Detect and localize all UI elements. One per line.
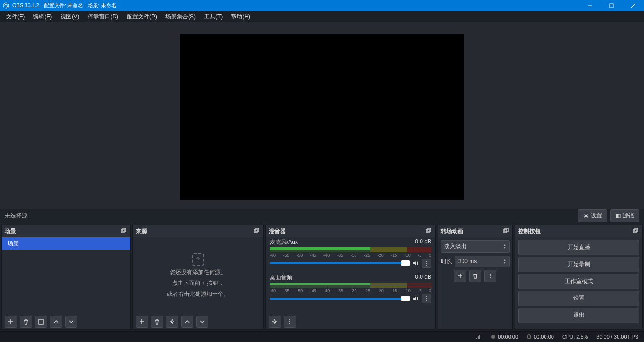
transition-duration-input[interactable]: 300 ms ▲▼ xyxy=(455,256,510,267)
menu-help[interactable]: 帮助(H) xyxy=(227,11,255,22)
menu-dock[interactable]: 停靠窗口(D) xyxy=(83,11,123,22)
no-source-label: 未选择源 xyxy=(5,212,575,220)
transition-remove-button[interactable] xyxy=(469,270,481,282)
scene-filter-button[interactable] xyxy=(35,316,47,328)
svg-point-22 xyxy=(426,261,427,262)
scenes-popout-icon[interactable] xyxy=(121,228,127,234)
mixer-ch1-meter xyxy=(270,247,431,250)
dots-icon xyxy=(424,296,429,301)
source-filters-button[interactable]: 滤镜 xyxy=(610,209,639,222)
chevron-down-icon[interactable]: ▼ xyxy=(504,262,506,264)
menu-tools[interactable]: 工具(T) xyxy=(200,11,227,22)
svg-point-6 xyxy=(585,215,587,217)
transitions-header: 转场动画 xyxy=(441,227,463,235)
transitions-popout-icon[interactable] xyxy=(503,228,510,234)
fps-status: 30.00 / 30.00 FPS xyxy=(596,334,638,340)
source-toolbar: 未选择源 设置 滤镜 xyxy=(0,209,644,223)
sources-empty-line1: 您还没有添加任何源。 xyxy=(170,268,226,276)
speaker-icon[interactable] xyxy=(413,260,419,267)
transition-select[interactable]: 淡入淡出 ▲▼ xyxy=(441,240,510,253)
obs-icon xyxy=(1,2,11,9)
preview-area xyxy=(0,22,644,209)
mixer-ch1-volume-slider[interactable] xyxy=(270,262,410,264)
db-scale: -60-55-50-45-40-35-30-25-20-15-10-50 xyxy=(270,253,431,258)
source-add-button[interactable] xyxy=(136,316,148,328)
scene-grid-icon xyxy=(38,319,44,325)
mixer-ch1-name: 麦克风/Aux xyxy=(270,238,298,246)
transition-duration-value: 300 ms xyxy=(458,258,477,265)
svg-point-26 xyxy=(426,298,427,299)
trash-icon xyxy=(154,319,160,325)
maximize-button[interactable] xyxy=(601,0,622,11)
titlebar: OBS 30.1.2 - 配置文件: 未命名 - 场景: 未命名 xyxy=(0,0,644,11)
start-streaming-button[interactable]: 开始直播 xyxy=(518,240,639,255)
scene-add-button[interactable] xyxy=(5,316,17,328)
mixer-ch2-name: 桌面音频 xyxy=(270,274,292,282)
mixer-menu-button[interactable] xyxy=(284,316,296,328)
svg-point-36 xyxy=(490,274,491,275)
close-button[interactable] xyxy=(622,0,644,11)
controls-header: 控制按钮 xyxy=(518,227,541,235)
start-recording-button[interactable]: 开始录制 xyxy=(518,257,639,272)
filter-icon xyxy=(615,213,621,219)
menubar: 文件(F) 编辑(E) 视图(V) 停靠窗口(D) 配置文件(P) 场景集合(S… xyxy=(0,11,644,22)
transition-selected-label: 淡入淡出 xyxy=(444,242,467,250)
svg-point-31 xyxy=(289,323,290,324)
speaker-icon[interactable] xyxy=(413,295,419,302)
mixer-ch1-meter2 xyxy=(270,250,431,252)
svg-point-0 xyxy=(3,3,9,8)
svg-point-23 xyxy=(426,263,427,264)
settings-button[interactable]: 设置 xyxy=(518,291,639,306)
broadcast-dot-icon xyxy=(491,334,495,339)
minimize-button[interactable] xyxy=(579,0,601,11)
mixer-popout-icon[interactable] xyxy=(426,228,432,234)
rec-time: 00:00:00 xyxy=(534,334,554,340)
chevron-up-icon[interactable]: ▲ xyxy=(504,259,506,261)
exit-button[interactable]: 退出 xyxy=(518,308,639,323)
mixer-settings-button[interactable] xyxy=(269,316,281,328)
preview-canvas[interactable] xyxy=(180,34,464,200)
scene-down-button[interactable] xyxy=(65,316,77,328)
scene-up-button[interactable] xyxy=(50,316,62,328)
source-up-button[interactable] xyxy=(181,316,193,328)
dots-icon xyxy=(488,273,493,279)
source-settings-label: 设置 xyxy=(591,212,602,220)
cpu-status: CPU: 2.5% xyxy=(562,334,588,340)
transition-add-button[interactable] xyxy=(454,270,466,282)
source-properties-button[interactable] xyxy=(166,316,178,328)
mixer-ch2-db: 0.0 dB xyxy=(415,274,431,282)
scene-remove-button[interactable] xyxy=(20,316,32,328)
controls-popout-icon[interactable] xyxy=(633,228,639,234)
sources-popout-icon[interactable] xyxy=(254,228,260,234)
studio-mode-button[interactable]: 工作室模式 xyxy=(518,274,639,289)
mixer-ch2-volume-slider[interactable] xyxy=(270,298,410,300)
db-scale: -60-55-50-45-40-35-30-25-20-15-10-50 xyxy=(270,288,431,293)
source-filters-label: 滤镜 xyxy=(623,212,634,220)
menu-file[interactable]: 文件(F) xyxy=(2,11,29,22)
svg-point-38 xyxy=(490,277,491,278)
signal-icon xyxy=(476,334,482,339)
live-time: 00:00:00 xyxy=(498,334,518,340)
transition-menu-button[interactable] xyxy=(484,270,496,282)
menu-edit[interactable]: 编辑(E) xyxy=(29,11,56,22)
menu-scene-collection[interactable]: 场景集合(S) xyxy=(161,11,200,22)
menu-profile[interactable]: 配置文件(P) xyxy=(123,11,161,22)
svg-point-37 xyxy=(490,275,491,276)
svg-point-27 xyxy=(426,300,427,301)
scene-item[interactable]: 场景 xyxy=(2,237,130,250)
scenes-header: 场景 xyxy=(5,227,16,235)
mixer-ch1-menu-button[interactable] xyxy=(422,259,431,268)
source-down-button[interactable] xyxy=(196,316,208,328)
source-remove-button[interactable] xyxy=(151,316,163,328)
svg-point-45 xyxy=(527,335,531,339)
mixer-ch2-menu-button[interactable] xyxy=(422,294,431,303)
question-icon: ? xyxy=(192,253,204,266)
sources-empty-line2: 点击下面的 + 按钮， xyxy=(172,279,224,287)
transition-duration-label: 时长 xyxy=(441,258,452,266)
mixer-header: 混音器 xyxy=(269,227,286,235)
live-status: 00:00:00 xyxy=(491,334,518,340)
menu-view[interactable]: 视图(V) xyxy=(56,11,83,22)
svg-rect-41 xyxy=(476,338,477,339)
mixer-ch2-meter xyxy=(270,283,431,285)
source-settings-button[interactable]: 设置 xyxy=(578,209,607,222)
